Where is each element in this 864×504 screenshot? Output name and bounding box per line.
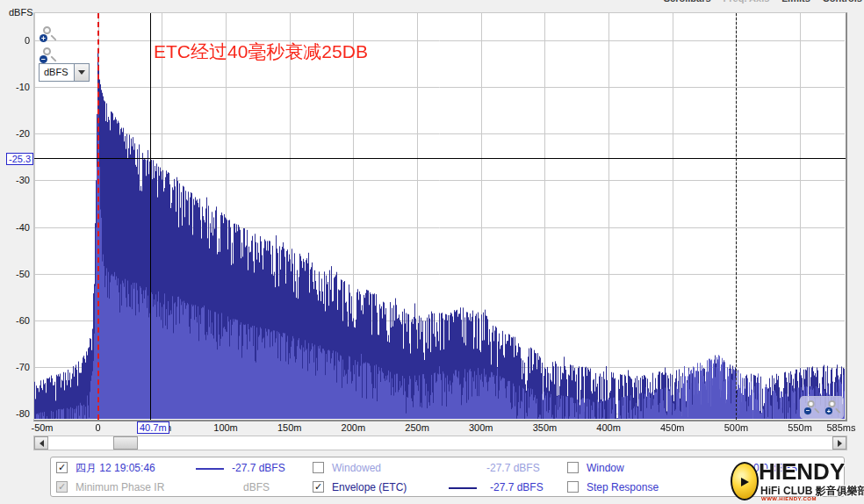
x-cursor-readout[interactable]: 40.7m — [137, 421, 169, 434]
magnifier-lens-icon — [829, 400, 836, 407]
step-response-checkbox[interactable] — [567, 481, 579, 493]
legend-panel: ✓四月 12 19:05:46-27.7 dBFSWindowed-27.7 d… — [50, 457, 845, 497]
scroll-left-button[interactable] — [34, 436, 48, 450]
etc-plot-canvas[interactable] — [34, 13, 845, 419]
hiendy-logo: HIENDY HiFi CLUB 影音俱樂部 WWW.HIENDY.COM — [731, 455, 864, 504]
window-end-marker-line[interactable] — [736, 13, 737, 420]
x-tick-label: 200m — [342, 422, 366, 433]
zoom-out-button[interactable]: − — [40, 47, 55, 64]
zoom-in-button-br[interactable]: + — [825, 400, 839, 414]
measurement-checkbox[interactable]: ✓ — [56, 462, 68, 473]
x-tick-label: 300m — [469, 422, 493, 433]
plot-panel: ETC经过40毫秒衰减25DB + − dBFS − + — [33, 12, 847, 421]
envelope-checkbox[interactable]: ✓ — [313, 481, 324, 493]
time-zero-marker-line — [97, 13, 99, 420]
toolbar-button-freq-axis[interactable]: Freq. Axis — [724, 0, 770, 4]
logo-url: WWW.HIENDY.COM — [761, 496, 817, 501]
x-tick-label: 100m — [213, 422, 238, 433]
time-scrollbar[interactable] — [33, 436, 847, 450]
measurement-value: -27.7 dBFS — [232, 461, 285, 475]
y-cursor-readout[interactable]: -25.3 — [6, 153, 33, 165]
arrow-left-icon — [40, 440, 44, 447]
y-tick-label: -10 — [4, 82, 30, 92]
minimum-phase-checkbox: ✓ — [56, 481, 68, 493]
y-tick-label: -30 — [4, 175, 30, 185]
zoom-in-button[interactable]: + — [40, 26, 55, 43]
unit-selector-value: dBFS — [40, 64, 74, 81]
magnifier-lens-icon — [808, 400, 815, 407]
y-tick-label: -40 — [4, 222, 30, 233]
dropdown-button[interactable] — [74, 64, 89, 81]
horizontal-cursor-line[interactable] — [34, 158, 846, 159]
vertical-cursor-line[interactable] — [150, 13, 151, 420]
window-label[interactable]: Window — [587, 461, 624, 475]
plot-zoom-controls: − + — [800, 396, 844, 419]
chevron-down-icon — [78, 70, 85, 75]
toolbar-button-scrollbars[interactable]: Scrollbars — [664, 0, 711, 4]
windowed-value: -27.7 dBFS — [486, 461, 540, 475]
magnifier-lens-icon — [43, 26, 51, 34]
magnifier-lens-icon — [43, 47, 51, 55]
plus-icon: + — [825, 407, 832, 414]
envelope-trace-swatch — [449, 487, 477, 489]
legend-row: ✓Minimum Phase IRdBFS✓Envelope (ETC)-27.… — [51, 480, 844, 496]
minus-icon: − — [804, 407, 811, 414]
unit-selector-dropdown[interactable]: dBFS — [39, 63, 90, 82]
toolbar-button-limits[interactable]: Limits — [781, 0, 810, 4]
y-tick-label: -20 — [4, 128, 30, 139]
window-checkbox[interactable] — [567, 462, 579, 473]
logo-disc-icon — [731, 462, 759, 500]
y-tick-label: -80 — [4, 408, 30, 419]
x-tick-label: 400m — [596, 422, 621, 433]
plus-icon: + — [40, 34, 47, 42]
y-tick-label: -60 — [4, 315, 30, 326]
annotation-text: ETC经过40毫秒衰减25DB — [154, 40, 368, 64]
graph-toolbar: ScrollbarsFreq. AxisLimitsControls — [599, 0, 862, 4]
x-tick-label: 0 — [96, 422, 101, 433]
windowed-label[interactable]: Windowed — [332, 461, 381, 475]
x-tick-label: 150m — [277, 422, 302, 433]
envelope-value: -27.7 dBFS — [490, 480, 544, 494]
x-tick-label: 500m — [724, 422, 749, 433]
x-tick-label: 250m — [405, 422, 429, 433]
toolbar-button-controls[interactable]: Controls — [823, 0, 862, 4]
measurement-trace-swatch — [196, 468, 224, 470]
y-axis-unit-label: dBFS — [9, 7, 33, 18]
envelope-label[interactable]: Envelope (ETC) — [332, 480, 407, 494]
x-tick-label: 585ms — [826, 422, 855, 433]
y-tick-label: -50 — [4, 269, 30, 279]
zoom-out-button-br[interactable]: − — [804, 400, 818, 414]
windowed-checkbox[interactable] — [313, 462, 324, 473]
measurement-label[interactable]: 四月 12 19:05:46 — [76, 461, 155, 475]
x-tick-label: 350m — [533, 422, 558, 433]
logo-title: HIENDY — [759, 460, 845, 483]
minimum-phase-label[interactable]: Minimum Phase IR — [76, 480, 164, 494]
arrow-right-icon — [838, 440, 842, 447]
step-response-label[interactable]: Step Response — [587, 480, 659, 494]
y-tick-label: -70 — [4, 362, 30, 372]
x-tick-label: 550m — [788, 422, 812, 433]
play-triangle-icon — [741, 478, 749, 486]
x-tick-label: 450m — [660, 422, 685, 433]
x-tick-label: -50m — [31, 422, 53, 433]
legend-row: ✓四月 12 19:05:46-27.7 dBFSWindowed-27.7 d… — [51, 461, 844, 477]
minimum-phase-unit: dBFS — [243, 480, 270, 494]
magnifier-handle-icon — [814, 407, 819, 413]
y-tick-label: 0 — [4, 35, 30, 46]
magnifier-handle-icon — [835, 407, 840, 413]
app-window: { "toolbar": { "items": [ { "label": "Sc… — [0, 0, 864, 504]
scroll-right-button[interactable] — [832, 436, 846, 450]
minus-icon: − — [40, 55, 47, 63]
scrollbar-thumb[interactable] — [113, 436, 138, 450]
